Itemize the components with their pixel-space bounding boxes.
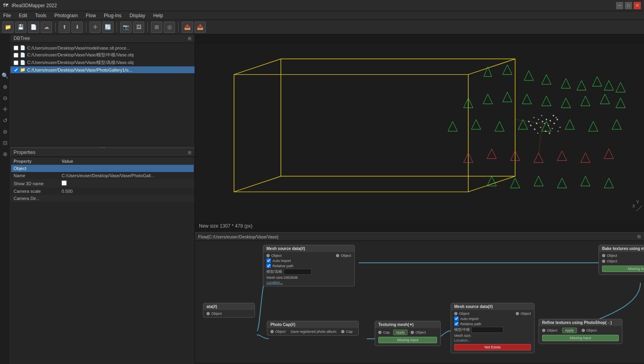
svg-point-22 (530, 124, 532, 126)
node-meshmid-body: Object Object Auto import Relative path (451, 310, 534, 353)
photocap-label-object: Object (275, 330, 286, 334)
node-row: Object Object (266, 254, 351, 258)
viewport: X Y New size 1307 * 478 (px) (195, 34, 644, 232)
maximize-button[interactable]: □ (625, 2, 632, 9)
refine-right-port[interactable] (582, 329, 585, 332)
auto-import-checkbox[interactable] (266, 258, 271, 263)
meshmid-label-object: Object (459, 312, 469, 316)
meshmid-name-input[interactable] (471, 327, 503, 333)
meshmid-right-port[interactable] (516, 312, 519, 315)
sidebar-grid-icon[interactable]: ⊟ (1, 138, 10, 147)
node-label-object: Object (271, 254, 282, 258)
sidebar-cursor-icon[interactable]: ✛ (1, 105, 10, 114)
menu-help[interactable]: Help (151, 12, 165, 19)
prop-row-show3d[interactable]: Show 3D name (11, 179, 194, 188)
rel-path-checkbox[interactable] (266, 264, 271, 268)
prop-key-object: Object (11, 165, 59, 172)
left-port-object[interactable] (266, 254, 270, 257)
tree-item-checkbox-4[interactable] (14, 68, 18, 72)
node-photocap-title: Photo Cap(#) (267, 321, 358, 328)
meshmid-autoimport-cb[interactable] (454, 316, 459, 321)
node-meshmid-ports: Object Object (454, 312, 531, 316)
tree-item[interactable]: 📄 C:/Users/euser/Desktop/Vase/Vase/模型/中模… (10, 51, 195, 59)
file-icon-1: 📄 (20, 45, 26, 50)
tree-item[interactable]: 📄 C:/Users/euser/Desktop/Vase/model/vase… (10, 44, 195, 51)
file-icon-3: 📄 (20, 60, 26, 65)
window-controls: ─ □ ✕ (616, 2, 641, 9)
tb-cloud[interactable]: ☁ (41, 22, 52, 33)
dbtree-expand-btn[interactable]: ⊞ (188, 36, 191, 41)
sidebar-add-icon[interactable]: ⊕ (1, 150, 10, 158)
menu-edit[interactable]: Edit (17, 12, 29, 19)
prop-row-name[interactable]: Name C:/Users/euser/Desktop/Vase/Vase/Ph… (11, 172, 194, 179)
node-mesh-src1-body: Object Object Auto import Relative path (263, 252, 354, 286)
tb-photo1[interactable]: 📷 (120, 22, 131, 33)
sidebar-zoom-out-icon[interactable]: ⊖ (1, 94, 10, 102)
node-data-left-title: ata(#) (203, 303, 254, 310)
meshmid-relpath-cb[interactable] (454, 322, 459, 326)
sidebar-zoom-in-icon[interactable]: ⊕ (1, 82, 10, 91)
menu-plugins[interactable]: Plug-Ins (102, 12, 123, 19)
texmesh-left-port[interactable] (378, 331, 382, 334)
tb-download[interactable]: 📥 (195, 22, 206, 33)
bake-left-port-2[interactable] (602, 260, 605, 263)
node-texturing-mesh: Texturing mesh(✦) Cap Apply Object Missi… (375, 321, 441, 346)
value-col-header: Value (59, 158, 194, 165)
refine-apply-btn[interactable]: Apply (562, 328, 577, 333)
tree-item-selected[interactable]: 📁 C:/Users/euser/Desktop/Vase/Vase/Photo… (10, 66, 195, 73)
tree-item-checkbox-2[interactable] (14, 53, 18, 58)
photocap-label-cap: Cap (346, 330, 353, 334)
right-port-object[interactable] (336, 254, 339, 257)
flow-expand-btn[interactable]: ⊞ (637, 234, 641, 239)
node-refine-ports: Object Apply Object (542, 328, 619, 333)
mesh-name-input[interactable] (284, 269, 312, 275)
tree-item-checkbox-3[interactable] (14, 60, 18, 65)
node-label-relpath: Relative path (272, 264, 294, 268)
minimize-button[interactable]: ─ (616, 2, 623, 9)
tb-export[interactable]: ⬆ (59, 22, 70, 33)
sidebar-rotate-icon[interactable]: ↺ (1, 116, 10, 125)
tb-rotate[interactable]: 🔄 (102, 22, 113, 33)
menu-file[interactable]: File (2, 12, 12, 19)
tb-photo2[interactable]: 🖼 (133, 22, 144, 33)
node-right-port[interactable] (207, 312, 210, 315)
texmesh-apply-btn[interactable]: Apply (393, 330, 408, 335)
menu-display[interactable]: Display (128, 12, 147, 19)
properties-expand-btn[interactable]: ⊞ (188, 150, 191, 155)
show3d-checkbox[interactable] (62, 180, 67, 186)
menu-flow[interactable]: Flow (84, 12, 97, 19)
node-location-link[interactable]: Location... (266, 280, 283, 284)
prop-row-camscale[interactable]: Camera scale 0.500 (11, 188, 194, 195)
tb-tool1[interactable]: ⊞ (151, 22, 162, 33)
photocap-right-port[interactable] (341, 330, 344, 333)
tree-item[interactable]: 📄 C:/Users/euser/Desktop/Vase/Vase/模型/高模… (10, 59, 195, 66)
sidebar-orbit-icon[interactable]: ⊚ (1, 127, 10, 136)
refine-left-port[interactable] (542, 329, 545, 332)
menu-tools[interactable]: Tools (34, 12, 48, 19)
tb-save[interactable]: 💾 (15, 22, 26, 33)
prop-key-camscale: Camera scale (11, 188, 59, 195)
menu-photogram[interactable]: Photogram (53, 12, 80, 19)
tb-open[interactable]: 📁 (2, 22, 14, 33)
sidebar-search-icon[interactable]: 🔍 (1, 71, 10, 80)
tb-import[interactable]: ⬇ (72, 22, 83, 33)
photocap-left-port[interactable] (270, 330, 274, 333)
prop-row-camdir[interactable]: Camera Dir... (11, 195, 194, 202)
svg-point-12 (546, 119, 547, 120)
meshmid-left-port[interactable] (454, 312, 457, 315)
close-button[interactable]: ✕ (634, 2, 641, 9)
tb-new[interactable]: 📄 (28, 22, 39, 33)
left-panel: DBTree ⊞ 📄 C:/Users/euser/Desktop/Vase/m… (10, 34, 195, 364)
node-photocap-body: Object Save registered photo album Cap (267, 328, 358, 335)
bake-left-port-1[interactable] (602, 254, 605, 257)
main-area: 🔍 ⊕ ⊖ ✛ ↺ ⊚ ⊟ ⊕ DBTree ⊞ 📄 C:/Users/euse… (0, 34, 644, 364)
meshmid-location-link[interactable]: Location... (454, 338, 471, 342)
tb-upload[interactable]: 📤 (182, 22, 193, 33)
tb-transform[interactable]: ✛ (89, 22, 101, 33)
refine-label-object-r: Object (586, 328, 597, 332)
tb-tool2[interactable]: ◎ (164, 22, 175, 33)
texmesh-right-port[interactable] (411, 331, 414, 334)
node-bake-ports: Object Object (602, 254, 644, 258)
prop-row-object[interactable]: Object (11, 165, 194, 172)
tree-item-checkbox-1[interactable] (14, 46, 18, 50)
